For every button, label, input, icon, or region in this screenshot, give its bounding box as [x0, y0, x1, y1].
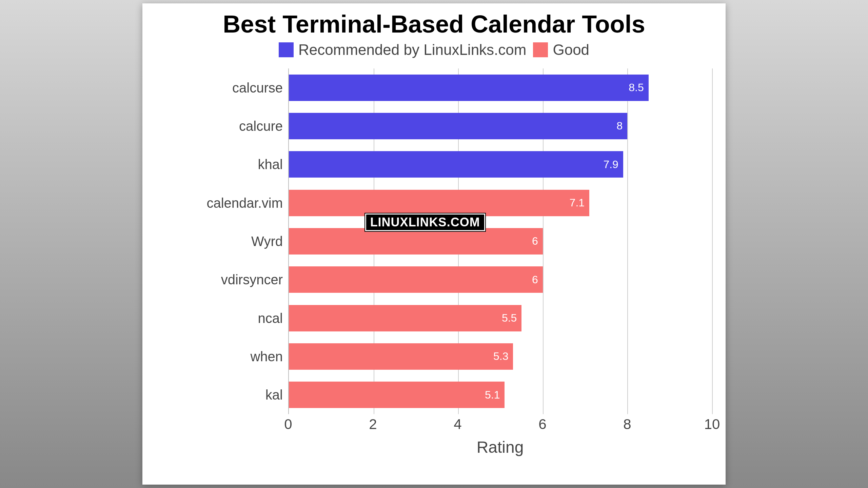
bar-value-label: 5.1: [485, 389, 500, 401]
y-tick-label: calcure: [156, 109, 283, 143]
bars-viewport: 8.587.97.1665.55.35.1 LINUXLINKS.COM: [288, 68, 712, 414]
bar: 8: [289, 113, 627, 139]
bars-stack: 8.587.97.1665.55.35.1: [289, 68, 712, 414]
y-axis-labels: calcurse calcure khal calendar.vim Wyrd …: [156, 68, 288, 414]
bar-row: 8.5: [289, 75, 712, 101]
bar-row: 5.1: [289, 382, 712, 408]
y-tick-label: Wyrd: [156, 225, 283, 258]
x-tick-label: 8: [623, 416, 631, 432]
bar: 6: [289, 266, 543, 293]
bar-value-label: 6: [532, 273, 538, 286]
bar-row: 5.3: [289, 343, 712, 370]
chart-container: Best Terminal-Based Calendar Tools Recom…: [142, 3, 726, 485]
x-tick-label: 2: [369, 416, 377, 432]
y-tick-label: calcurse: [156, 71, 283, 104]
bar-row: 7.9: [289, 151, 712, 178]
bar-row: 7.1: [289, 190, 712, 216]
bar: 6: [289, 228, 543, 255]
bar: 8.5: [289, 75, 649, 101]
x-tick-label: 4: [454, 416, 461, 432]
y-tick-label: calendar.vim: [156, 186, 283, 220]
bar-row: 5.5: [289, 305, 712, 331]
bar-value-label: 8: [617, 120, 623, 132]
y-tick-label: when: [156, 340, 283, 373]
x-tick-label: 0: [284, 416, 292, 432]
y-tick-label: vdirsyncer: [156, 263, 283, 296]
bar-value-label: 7.1: [570, 197, 585, 209]
bar-value-label: 6: [532, 235, 538, 247]
x-axis: 0246810: [288, 414, 712, 434]
legend-swatch-icon: [533, 42, 548, 57]
bar-row: 6: [289, 266, 712, 293]
gridline: [712, 68, 713, 414]
watermark-label: LINUXLINKS.COM: [365, 214, 485, 231]
plot-area: calcurse calcure khal calendar.vim Wyrd …: [156, 68, 712, 414]
legend-item-recommended: Recommended by LinuxLinks.com: [279, 41, 527, 58]
legend-label: Recommended by LinuxLinks.com: [298, 41, 527, 58]
bar: 5.5: [289, 305, 521, 331]
x-tick-label: 10: [704, 416, 720, 432]
bar-row: 8: [289, 113, 712, 139]
x-tick-label: 6: [538, 416, 546, 432]
bar: 7.9: [289, 151, 623, 178]
x-axis-title: Rating: [288, 438, 712, 456]
bar-value-label: 5.5: [502, 312, 517, 324]
y-tick-label: ncal: [156, 302, 283, 335]
chart-title: Best Terminal-Based Calendar Tools: [156, 10, 712, 38]
y-tick-label: kal: [156, 378, 283, 411]
legend-label: Good: [553, 41, 589, 58]
bar-value-label: 7.9: [603, 158, 618, 171]
bar: 7.1: [289, 190, 589, 216]
bar-row: 6: [289, 228, 712, 255]
bar: 5.1: [289, 382, 505, 408]
bar: 5.3: [289, 343, 513, 370]
chart-legend: Recommended by LinuxLinks.com Good: [156, 41, 712, 58]
bar-value-label: 8.5: [629, 81, 644, 94]
y-tick-label: khal: [156, 148, 283, 181]
bar-value-label: 5.3: [493, 350, 508, 363]
legend-item-good: Good: [533, 41, 589, 58]
legend-swatch-icon: [279, 42, 294, 57]
